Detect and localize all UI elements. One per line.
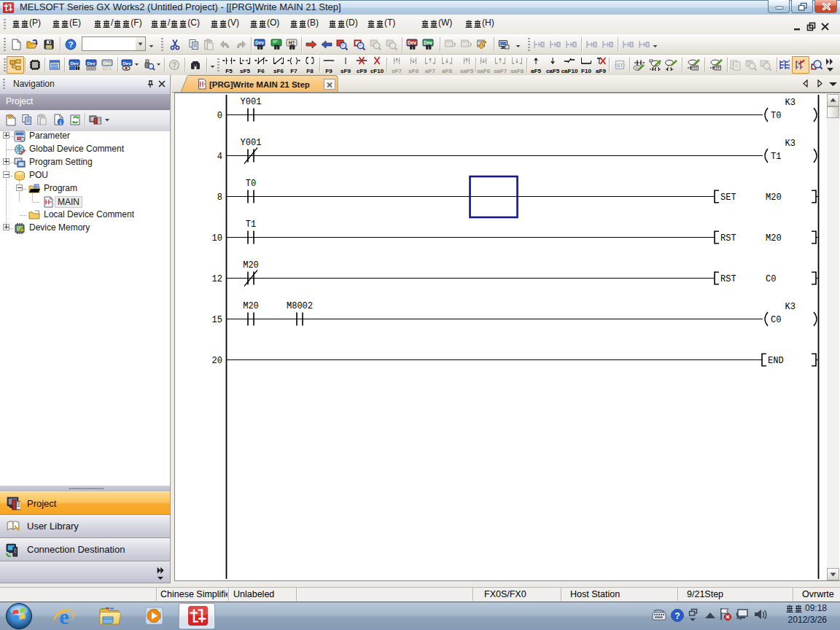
svg-text:aF8: aF8 [442,68,452,74]
svg-text:F10: F10 [581,68,591,74]
svg-text:RST: RST [720,233,736,244]
svg-text:CC-L: CC-L [103,66,112,71]
svg-text:Y001: Y001 [241,97,262,107]
svg-text:10: 10 [212,233,222,244]
svg-text:SET: SET [720,192,736,203]
svg-text:15: 15 [212,315,222,325]
svg-text:M20: M20 [766,192,782,203]
svg-text:M20: M20 [243,260,259,271]
svg-text:Y001: Y001 [241,138,262,148]
svg-text:Dev: Dev [70,61,79,66]
svg-text:cF10: cF10 [370,68,384,74]
svg-text:F7: F7 [290,68,298,74]
svg-text:RST: RST [720,274,736,284]
svg-text:F8: F8 [306,68,314,74]
svg-text:sF8: sF8 [408,68,419,74]
svg-text:END: END [768,356,784,366]
svg-text:K3: K3 [785,139,796,149]
svg-text:?: ? [69,40,74,49]
svg-text:C0: C0 [766,274,776,284]
svg-text:saF8: saF8 [510,68,524,74]
svg-text:sF7: sF7 [392,68,402,74]
svg-text:saF7: saF7 [494,68,508,74]
svg-text:cF9: cF9 [357,68,367,74]
svg-text:M20: M20 [766,233,782,244]
svg-text:caF5: caF5 [546,68,560,74]
svg-text:8: 8 [217,192,222,203]
svg-text:F5: F5 [225,68,233,74]
svg-text:C0: C0 [771,315,781,325]
svg-text:caF10: caF10 [561,68,578,74]
svg-text:aF5: aF5 [531,68,541,74]
svg-text:aF7: aF7 [425,68,435,74]
svg-text:Dev: Dev [122,61,131,66]
svg-text:K3: K3 [785,302,796,312]
svg-text:12: 12 [212,274,222,284]
svg-text:0: 0 [217,111,222,121]
svg-text:saF6: saF6 [477,68,491,74]
svg-text:Dev: Dev [103,61,112,66]
svg-text:T1: T1 [771,152,781,162]
svg-text:Dev: Dev [87,61,96,66]
svg-text:aF9: aF9 [596,68,606,74]
svg-text:?: ? [172,61,176,69]
svg-text:M20: M20 [243,301,259,311]
svg-text:M8002: M8002 [287,301,313,311]
svg-text:T0: T0 [771,111,781,121]
svg-text:ST: ST [617,63,624,68]
svg-text:4: 4 [217,152,222,162]
svg-text:T1: T1 [246,219,256,230]
svg-text:sF6: sF6 [273,68,284,74]
svg-text:sF5: sF5 [240,68,250,74]
svg-text:H?: H? [289,40,295,45]
svg-text:?: ? [674,611,680,621]
svg-text:K3: K3 [785,98,796,108]
svg-text:e: e [59,604,69,628]
svg-text:Dev: Dev [408,40,416,45]
svg-text:F9: F9 [325,68,332,74]
svg-text:Dev: Dev [255,40,264,45]
svg-text:T0: T0 [246,179,256,189]
svg-text:sF9: sF9 [341,68,351,74]
svg-text:F6: F6 [257,68,265,74]
svg-text:saF5: saF5 [460,68,474,74]
svg-text:Dev: Dev [424,40,432,45]
svg-text:20: 20 [212,356,222,366]
